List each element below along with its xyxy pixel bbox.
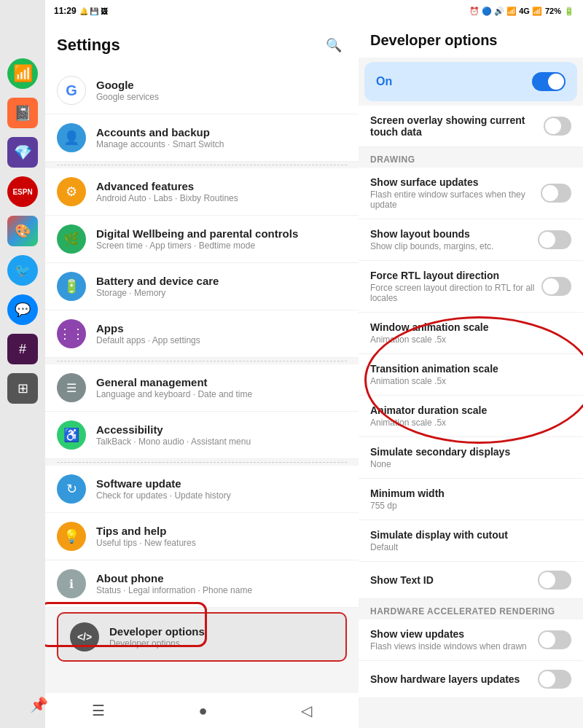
- show-layout-toggle[interactable]: [538, 230, 571, 249]
- dev-item-sim-cutout[interactable]: Simulate display with cutout Default: [359, 520, 583, 562]
- dev-item-animator-dur[interactable]: Animator duration scale Animation scale …: [359, 396, 583, 437]
- drawing-section-label: Drawing: [359, 147, 583, 168]
- settings-item-wellbeing[interactable]: 🌿 Digital Wellbeing and parental control…: [45, 216, 359, 263]
- dev-item-show-surface[interactable]: Show surface updates Flash entire window…: [359, 168, 583, 219]
- settings-item-general[interactable]: ☰ General management Language and keyboa…: [45, 364, 359, 412]
- settings-item-advanced[interactable]: ⚙ Advanced features Android Auto · Labs …: [45, 168, 359, 216]
- dev-item-show-text-id[interactable]: Show Text ID: [359, 562, 583, 599]
- status-time: 11:29: [54, 6, 77, 16]
- dev-item-touch-overlay[interactable]: Screen overlay showing current touch dat…: [359, 106, 583, 147]
- settings-item-accounts[interactable]: 👤 Accounts and backup Manage accounts · …: [45, 114, 359, 162]
- app-icon-wifi[interactable]: 📶: [7, 58, 38, 89]
- sim-cutout-name: Simulate display with cutout: [370, 529, 508, 541]
- accounts-text: Accounts and backup Manage accounts · Sm…: [96, 126, 347, 149]
- wellbeing-text: Digital Wellbeing and parental controls …: [96, 227, 347, 251]
- about-icon: ℹ: [57, 569, 86, 598]
- bottom-nav: ☰ ● ◁: [45, 693, 359, 728]
- sim-cutout-sub: Default: [370, 542, 508, 552]
- dev-item-show-view-updates[interactable]: Show view updates Flash views inside win…: [359, 619, 583, 661]
- wellbeing-icon: 🌿: [57, 224, 86, 254]
- developer-icon: </>: [70, 622, 99, 651]
- show-text-id-toggle[interactable]: [538, 571, 571, 590]
- app-icon-espn[interactable]: ESPN: [7, 176, 38, 207]
- settings-list: G Google Google services 👤 Accounts and …: [45, 67, 359, 693]
- battery-item-icon: 🔋: [57, 272, 86, 301]
- developer-on-toggle[interactable]: On: [364, 62, 577, 101]
- app-icon-color[interactable]: 🎨: [7, 216, 38, 246]
- transition-anim-sub: Animation scale .5x: [370, 376, 498, 386]
- settings-item-google[interactable]: G Google Google services: [45, 67, 359, 114]
- show-surface-toggle[interactable]: [541, 184, 571, 203]
- settings-item-tips[interactable]: 💡 Tips and help Useful tips · New featur…: [45, 513, 359, 560]
- app-icon-notebook[interactable]: 📓: [7, 98, 38, 128]
- status-signal: ⏰ 🔵 🔊 📶 4G 📶: [469, 7, 542, 16]
- app-icon-twitter[interactable]: 🐦: [7, 255, 38, 286]
- on-toggle-switch[interactable]: [532, 72, 566, 91]
- nav-menu[interactable]: ☰: [77, 696, 120, 725]
- dev-item-window-anim[interactable]: Window animation scale Animation scale .…: [359, 313, 583, 354]
- show-hw-layers-name: Show hardware layers updates: [370, 673, 520, 685]
- main-area: 11:29 🔔 💾 🖼 ⏰ 🔵 🔊 📶 4G 📶 72% 🔋 Settings …: [45, 0, 583, 728]
- touch-overlay-toggle[interactable]: [544, 117, 571, 136]
- search-button[interactable]: 🔍: [321, 32, 347, 58]
- advanced-text: Advanced features Android Auto · Labs · …: [96, 180, 347, 203]
- dev-options-wrapper: </> Developer options Developer options: [45, 608, 359, 666]
- force-rtl-toggle[interactable]: [541, 277, 571, 296]
- google-sub: Google services: [96, 92, 347, 102]
- app-sidebar: 📶 📓 💎 ESPN 🎨 🐦 💬 # ⊞ 📌: [0, 0, 45, 728]
- accessibility-name: Accessibility: [96, 423, 347, 436]
- transition-anim-name: Transition animation scale: [370, 363, 498, 375]
- about-name: About phone: [96, 572, 347, 584]
- apps-icon: ⋮⋮: [57, 319, 86, 348]
- show-view-updates-name: Show view updates: [370, 628, 527, 640]
- app-icon-grid[interactable]: ⊞: [7, 373, 38, 404]
- settings-item-accessibility[interactable]: ♿ Accessibility TalkBack · Mono audio · …: [45, 412, 359, 459]
- settings-title: Settings: [57, 36, 120, 55]
- general-name: General management: [96, 376, 347, 388]
- animation-group: Window animation scale Animation scale .…: [359, 313, 583, 437]
- settings-item-developer[interactable]: </> Developer options Developer options: [57, 612, 347, 662]
- settings-panel: Settings 🔍 G Google Google services 👤 Ac: [45, 22, 359, 728]
- dev-item-transition-anim[interactable]: Transition animation scale Animation sca…: [359, 354, 583, 396]
- general-text: General management Language and keyboard…: [96, 376, 347, 399]
- tips-icon: 💡: [57, 522, 86, 551]
- nav-back[interactable]: ◁: [286, 696, 326, 725]
- battery-sub: Storage · Memory: [96, 288, 347, 298]
- animator-dur-sub: Animation scale .5x: [370, 418, 487, 428]
- about-text: About phone Status · Legal information ·…: [96, 572, 347, 595]
- apps-sub: Default apps · App settings: [96, 335, 347, 345]
- dev-item-sim-secondary[interactable]: Simulate secondary displays None: [359, 437, 583, 479]
- settings-item-about[interactable]: ℹ About phone Status · Legal information…: [45, 560, 359, 608]
- app-icon-crystal[interactable]: 💎: [7, 137, 38, 168]
- settings-item-apps[interactable]: ⋮⋮ Apps Default apps · App settings: [45, 310, 359, 358]
- battery-text: Battery and device care Storage · Memory: [96, 275, 347, 298]
- developer-list: On Screen overlay showing current touch …: [359, 58, 583, 728]
- app-icon-slack[interactable]: #: [7, 334, 38, 364]
- show-view-updates-toggle[interactable]: [538, 630, 571, 649]
- google-text: Google Google services: [96, 79, 347, 102]
- nav-home[interactable]: ●: [184, 697, 222, 725]
- settings-item-battery[interactable]: 🔋 Battery and device care Storage · Memo…: [45, 263, 359, 310]
- battery-icon: 🔋: [564, 7, 574, 16]
- developer-name: Developer options: [109, 625, 334, 638]
- developer-on-label: On: [376, 75, 392, 88]
- battery-name: Battery and device care: [96, 275, 347, 287]
- force-rtl-sub: Force screen layout direction to RTL for…: [370, 283, 541, 303]
- app-icon-chat[interactable]: 💬: [7, 294, 38, 325]
- dev-item-force-rtl[interactable]: Force RTL layout direction Force screen …: [359, 261, 583, 313]
- pin-icon: 📌: [30, 696, 48, 713]
- settings-item-update[interactable]: ↻ Software update Check for updates · Up…: [45, 466, 359, 513]
- wellbeing-sub: Screen time · App timers · Bedtime mode: [96, 240, 347, 251]
- dev-item-min-width[interactable]: Minimum width 755 dp: [359, 479, 583, 520]
- advanced-sub: Android Auto · Labs · Bixby Routines: [96, 193, 347, 203]
- tips-sub: Useful tips · New features: [96, 538, 347, 548]
- touch-overlay-name: Screen overlay showing current touch dat…: [370, 114, 544, 138]
- dev-item-show-hw-layers[interactable]: Show hardware layers updates: [359, 661, 583, 698]
- sim-secondary-sub: None: [370, 459, 510, 469]
- hardware-section-label: Hardware accelerated rendering: [359, 599, 583, 619]
- show-view-updates-sub: Flash views inside windows when drawn: [370, 641, 527, 651]
- force-rtl-name: Force RTL layout direction: [370, 270, 541, 281]
- show-hw-layers-toggle[interactable]: [538, 670, 571, 689]
- accessibility-text: Accessibility TalkBack · Mono audio · As…: [96, 423, 347, 447]
- dev-item-show-layout[interactable]: Show layout bounds Show clip bounds, mar…: [359, 219, 583, 261]
